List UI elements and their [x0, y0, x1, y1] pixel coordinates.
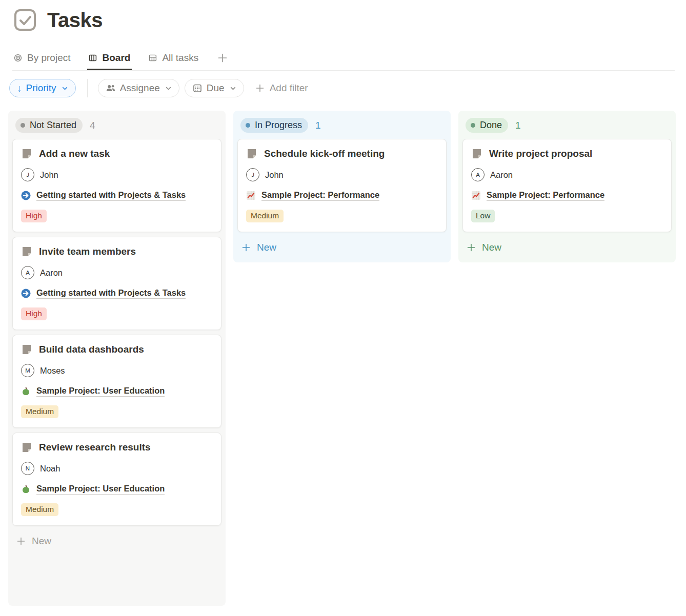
arrow-down-icon: ↓ — [17, 84, 22, 93]
column-count: 4 — [90, 120, 95, 131]
tab-by-project[interactable]: By project — [12, 49, 72, 70]
people-icon — [106, 83, 116, 93]
project-link[interactable]: Getting started with Projects & Tasks — [36, 288, 186, 299]
add-view-button[interactable] — [215, 49, 230, 70]
task-card[interactable]: Add a new task J John Getting started wi… — [12, 139, 221, 232]
project-link[interactable]: Sample Project: User Education — [36, 386, 165, 397]
project-link[interactable]: Sample Project: Performance — [487, 190, 604, 201]
page-icon — [471, 148, 482, 159]
checkbox-icon — [13, 8, 37, 32]
sort-label: Priority — [26, 83, 56, 94]
project-link[interactable]: Sample Project: Performance — [261, 190, 379, 201]
priority-tag: Low — [471, 210, 495, 222]
column-count: 1 — [515, 120, 521, 131]
status-pill: Done — [466, 118, 508, 133]
assignee-name: Noah — [40, 464, 60, 474]
task-card[interactable]: Schedule kick-off meeting J John Sample … — [237, 139, 447, 232]
task-title: Invite team members — [39, 246, 136, 257]
status-dot-icon — [471, 123, 475, 128]
due-filter-button[interactable]: Due — [185, 79, 244, 97]
chart-increasing-icon — [471, 191, 481, 200]
page-header: Tasks — [0, 0, 686, 32]
page-icon — [21, 246, 32, 257]
task-card[interactable]: Review research results N Noah Sample Pr… — [12, 433, 221, 526]
column-name: Not Started — [30, 120, 76, 131]
task-card[interactable]: Build data dashboards M Moses Sample Pro… — [12, 335, 221, 428]
column-in-progress: In Progress 1 Schedule kick-off meeting … — [233, 111, 451, 262]
avatar: J — [21, 168, 34, 181]
plus-icon — [217, 52, 228, 64]
project-link[interactable]: Sample Project: User Education — [36, 484, 165, 495]
status-pill: In Progress — [240, 118, 308, 133]
plus-icon — [16, 537, 26, 546]
avatar: J — [246, 168, 259, 181]
tab-label: All tasks — [162, 52, 198, 64]
task-title: Write project proposal — [489, 148, 592, 159]
status-dot-icon — [21, 123, 25, 128]
priority-tag: Medium — [246, 210, 284, 222]
new-label: New — [257, 242, 276, 253]
task-title: Add a new task — [39, 148, 110, 159]
column-done: Done 1 Write project proposal A Aaron — [458, 111, 676, 262]
chevron-down-icon — [62, 85, 68, 92]
assignee-filter-button[interactable]: Assignee — [98, 79, 179, 97]
board-columns-icon — [89, 54, 97, 62]
avatar: N — [21, 462, 34, 475]
green-apple-icon — [21, 386, 31, 396]
toolbar-divider — [87, 79, 88, 97]
due-filter-label: Due — [207, 83, 225, 94]
plus-icon — [255, 84, 265, 93]
new-label: New — [482, 242, 501, 253]
page-title: Tasks — [47, 9, 103, 32]
priority-tag: Medium — [21, 405, 58, 418]
task-title: Schedule kick-off meeting — [264, 148, 385, 159]
project-link[interactable]: Getting started with Projects & Tasks — [36, 190, 186, 201]
priority-tag: Medium — [21, 503, 58, 516]
tab-label: Board — [102, 52, 130, 64]
avatar: M — [21, 364, 34, 377]
plus-icon — [241, 243, 251, 252]
assignee-filter-label: Assignee — [120, 83, 160, 94]
page-icon — [246, 148, 257, 159]
plus-icon — [467, 243, 476, 252]
green-apple-icon — [21, 484, 31, 494]
add-filter-button[interactable]: Add filter — [255, 83, 308, 94]
tab-board[interactable]: Board — [87, 49, 132, 70]
add-filter-label: Add filter — [270, 83, 308, 94]
new-task-button[interactable]: New — [237, 237, 447, 258]
assignee-name: Moses — [40, 366, 65, 376]
assignee-name: Aaron — [40, 268, 63, 278]
priority-tag: High — [21, 307, 47, 320]
filter-toolbar: ↓ Priority Assignee — [9, 79, 686, 97]
assignee-name: John — [40, 170, 58, 180]
chart-increasing-icon — [246, 191, 256, 200]
new-task-button[interactable]: New — [12, 530, 221, 552]
avatar: A — [471, 168, 485, 181]
column-header[interactable]: Not Started 4 — [12, 115, 221, 139]
tab-all-tasks[interactable]: All tasks — [147, 49, 200, 70]
calendar-icon — [192, 83, 203, 93]
column-header[interactable]: In Progress 1 — [237, 115, 447, 139]
page-icon — [21, 442, 32, 453]
assignee-name: Aaron — [490, 170, 513, 180]
task-card[interactable]: Write project proposal A Aaron Sample Pr… — [462, 139, 672, 232]
table-icon — [149, 54, 157, 62]
tab-label: By project — [27, 52, 70, 64]
status-pill: Not Started — [15, 118, 83, 133]
kanban-board: Not Started 4 Add a new task J John Gett… — [8, 111, 686, 606]
view-tabs: By project Board All tasks — [12, 49, 675, 71]
target-icon — [14, 54, 22, 62]
column-header[interactable]: Done 1 — [462, 115, 672, 139]
priority-tag: High — [21, 210, 47, 222]
task-card[interactable]: Invite team members A Aaron Getting star… — [12, 237, 221, 330]
column-not-started: Not Started 4 Add a new task J John Gett… — [8, 111, 226, 606]
sort-priority-button[interactable]: ↓ Priority — [9, 79, 76, 97]
task-title: Build data dashboards — [39, 344, 144, 355]
arrow-circle-icon — [21, 289, 31, 298]
column-name: In Progress — [255, 120, 302, 131]
page-icon — [21, 148, 32, 159]
new-task-button[interactable]: New — [462, 237, 672, 258]
page-icon — [21, 344, 32, 355]
column-name: Done — [480, 120, 502, 131]
avatar: A — [21, 266, 34, 279]
